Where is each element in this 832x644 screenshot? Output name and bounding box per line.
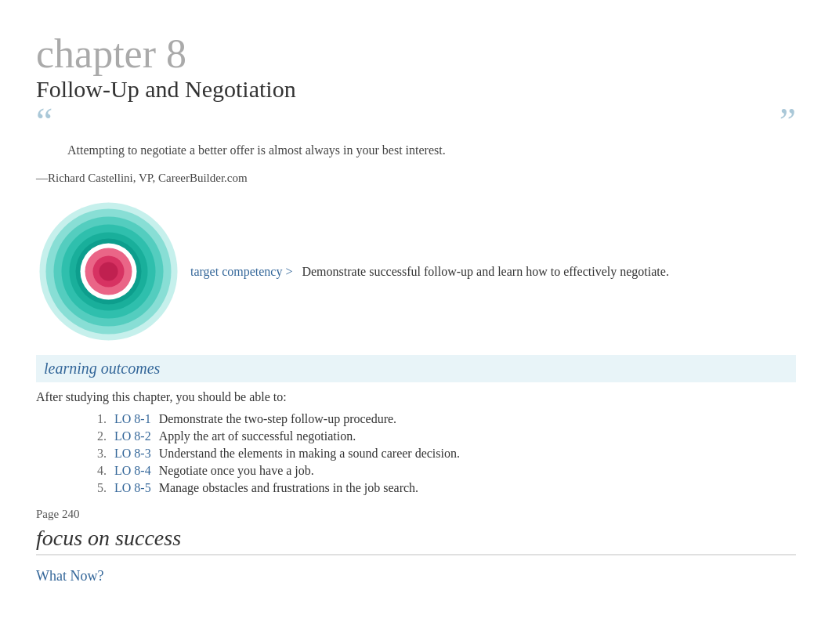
svg-point-9 (99, 262, 118, 281)
close-quote-icon: ” (780, 103, 796, 140)
target-competency-link[interactable]: target competency > (190, 265, 292, 279)
list-item: 5. LO 8-5 Manage obstacles and frustrati… (36, 481, 796, 495)
target-icon (36, 199, 181, 344)
target-description: Demonstrate successful follow-up and lea… (302, 265, 796, 279)
learning-outcomes-header: learning outcomes (36, 355, 796, 382)
quote-text: Attempting to negotiate a better offer i… (36, 143, 796, 157)
chapter-title: Follow-Up and Negotiation (36, 76, 796, 103)
chapter-number: chapter 8 (36, 31, 796, 76)
open-quote-icon: “ (36, 103, 52, 140)
lo-8-2-link[interactable]: LO 8-2 (114, 429, 151, 443)
page-number: Page 240 (36, 508, 796, 521)
list-item: 4. LO 8-4 Negotiate once you have a job. (36, 464, 796, 478)
list-item: 3. LO 8-3 Understand the elements in mak… (36, 447, 796, 461)
list-item: 2. LO 8-2 Apply the art of successful ne… (36, 429, 796, 443)
quote-section: “ ” Attempting to negotiate a better off… (36, 103, 796, 157)
lo-8-4-link[interactable]: LO 8-4 (114, 464, 151, 478)
target-section: target competency > Demonstrate successf… (36, 199, 796, 344)
focus-on-success-header: focus on success (36, 526, 796, 551)
list-item: 1. LO 8-1 Demonstrate the two-step follo… (36, 412, 796, 426)
lo-8-5-link[interactable]: LO 8-5 (114, 481, 151, 495)
what-now-link[interactable]: What Now? (36, 568, 103, 584)
lo-8-1-link[interactable]: LO 8-1 (114, 412, 151, 426)
lo-8-3-link[interactable]: LO 8-3 (114, 447, 151, 461)
quote-attribution: —Richard Castellini, VP, CareerBuilder.c… (36, 172, 796, 185)
divider (36, 554, 796, 555)
learning-outcomes-list: 1. LO 8-1 Demonstrate the two-step follo… (36, 412, 796, 495)
learning-outcomes-intro: After studying this chapter, you should … (36, 390, 796, 404)
